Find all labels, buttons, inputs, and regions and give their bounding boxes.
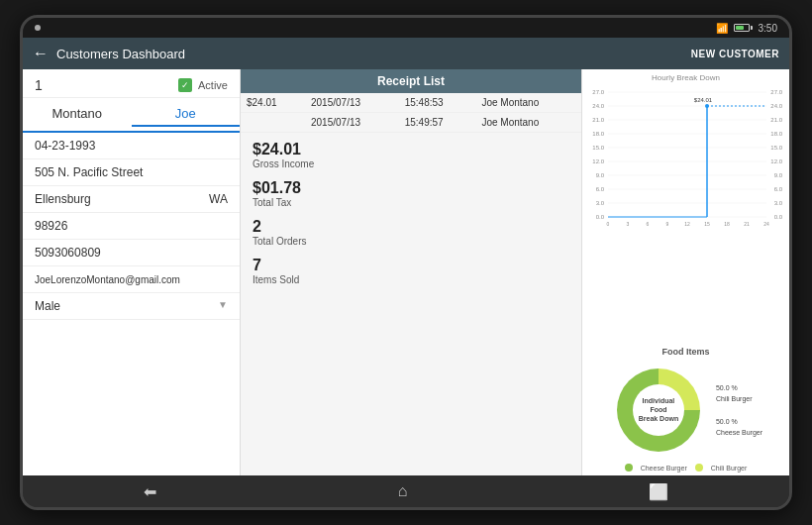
items-sold-row: 7 Items Sold: [253, 257, 569, 285]
svg-text:18.0: 18.0: [592, 131, 604, 137]
gender-value: Male: [35, 299, 60, 313]
total-tax-label: Total Tax: [253, 197, 569, 208]
tablet-frame: 📶 3:50 ← Customers Dashboard NEW CUSTOME…: [20, 15, 792, 510]
svg-text:15.0: 15.0: [592, 145, 604, 151]
gender-dropdown-icon[interactable]: ▼: [218, 299, 228, 310]
left-panel: 1 ✓ Active Montano Joe 04-23-1993 505 N.…: [23, 69, 241, 475]
app-bar-left: ← Customers Dashboard: [33, 45, 185, 62]
receipt-date: 2015/07/13: [305, 113, 399, 133]
zip-value: 98926: [35, 219, 67, 233]
active-checkbox[interactable]: ✓: [178, 78, 192, 92]
svg-text:3.0: 3.0: [774, 200, 783, 206]
address-value: 505 N. Pacific Street: [35, 165, 143, 179]
svg-text:24: 24: [763, 221, 769, 227]
middle-panel: Receipt List $24.01 2015/07/13 15:48:53 …: [241, 69, 581, 475]
nav-square-button[interactable]: ⬜: [649, 482, 668, 501]
svg-text:9: 9: [666, 221, 669, 227]
donut-labels: 50.0 % Chili Burger 50.0 % Cheese Burger: [716, 382, 762, 439]
cheese-burger-legend-label: Cheese Burger: [641, 465, 687, 472]
receipt-time: 15:49:57: [399, 113, 476, 133]
receipt-table: $24.01 2015/07/13 15:48:53 Joe Montano 2…: [241, 93, 581, 133]
total-orders-value: 2: [253, 218, 569, 236]
app-bar: ← Customers Dashboard NEW CUSTOMER: [23, 38, 789, 69]
receipt-row[interactable]: 2015/07/13 15:49:57 Joe Montano: [241, 113, 581, 133]
last-name-tab[interactable]: Montano: [23, 102, 132, 127]
zip-field: 98926: [23, 213, 240, 240]
receipt-list-header: Receipt List: [241, 69, 581, 93]
svg-text:27.0: 27.0: [592, 89, 604, 95]
phone-value: 5093060809: [35, 246, 101, 260]
main-content: 1 ✓ Active Montano Joe 04-23-1993 505 N.…: [23, 69, 789, 475]
svg-text:15.0: 15.0: [770, 145, 782, 151]
svg-text:$24.01: $24.01: [694, 97, 713, 103]
donut-title: Food Items: [661, 347, 709, 357]
receipt-time: 15:48:53: [399, 93, 476, 113]
nav-home-button[interactable]: ⌂: [398, 482, 408, 500]
receipt-row[interactable]: $24.01 2015/07/13 15:48:53 Joe Montano: [241, 93, 581, 113]
status-bar: 📶 3:50: [23, 18, 789, 38]
svg-text:15: 15: [704, 221, 710, 227]
total-tax-row: $01.78 Total Tax: [253, 179, 569, 208]
svg-text:18.0: 18.0: [770, 131, 782, 137]
svg-text:3.0: 3.0: [596, 200, 605, 206]
svg-text:9.0: 9.0: [596, 172, 605, 178]
svg-text:6: 6: [647, 221, 650, 227]
total-orders-label: Total Orders: [253, 236, 569, 247]
customer-id: 1: [35, 77, 43, 93]
battery-icon: [734, 24, 753, 32]
gross-income-label: Gross Income: [253, 158, 569, 169]
active-status: ✓ Active: [178, 78, 228, 92]
chili-burger-label: Chili Burger: [716, 393, 762, 404]
first-name-tab[interactable]: Joe: [132, 102, 241, 127]
back-button[interactable]: ←: [33, 45, 49, 62]
email-value: JoeLorenzoMontano@gmail.com: [35, 274, 180, 285]
svg-text:0: 0: [607, 221, 610, 227]
svg-text:12.0: 12.0: [592, 158, 604, 164]
city-state-field: Ellensburg WA: [23, 186, 240, 213]
app-title: Customers Dashboard: [56, 47, 185, 61]
receipt-date: 2015/07/13: [305, 93, 399, 113]
cheese-burger-label: Cheese Burger: [716, 427, 762, 438]
gross-income-value: $24.01: [253, 141, 569, 158]
status-bar-right: 📶 3:50: [716, 23, 777, 34]
receipt-amount: $24.01: [241, 93, 305, 113]
city-value: Ellensburg: [35, 192, 91, 206]
donut-section: Food Items Individual FoodBreak Down: [582, 343, 789, 475]
cheese-burger-legend-dot: [625, 464, 633, 472]
svg-text:24.0: 24.0: [770, 103, 782, 109]
summary-section: $24.01 Gross Income $01.78 Total Tax 2 T…: [241, 133, 581, 293]
svg-text:21.0: 21.0: [770, 117, 782, 123]
gross-income-row: $24.01 Gross Income: [253, 141, 569, 169]
name-tabs-row: Montano Joe: [23, 98, 240, 133]
svg-point-41: [705, 104, 709, 108]
items-sold-label: Items Sold: [253, 274, 569, 285]
right-panel: Hourly Break Down 27.0 24.0 21.0 18.0 15…: [581, 69, 789, 475]
items-sold-value: 7: [253, 257, 569, 274]
svg-text:6.0: 6.0: [774, 186, 783, 192]
phone-field: 5093060809: [23, 240, 240, 266]
svg-text:0.0: 0.0: [774, 214, 783, 220]
svg-text:24.0: 24.0: [592, 103, 604, 109]
time-display: 3:50: [759, 23, 777, 34]
nav-bar: ⬅ ⌂ ⬜: [23, 475, 789, 507]
receipt-amount: [241, 113, 305, 133]
address-field: 505 N. Pacific Street: [23, 159, 240, 186]
svg-text:12: 12: [684, 221, 690, 227]
svg-text:18: 18: [724, 221, 730, 227]
active-label: Active: [198, 79, 228, 91]
line-chart: 27.0 24.0 21.0 18.0 15.0 12.0 9.0 6.0 3.…: [586, 84, 784, 228]
chart-title: Hourly Break Down: [586, 73, 785, 82]
new-customer-button[interactable]: NEW CUSTOMER: [691, 49, 779, 59]
svg-text:21.0: 21.0: [592, 117, 604, 123]
dob-value: 04-23-1993: [35, 139, 95, 153]
gender-field: Male ▼: [23, 293, 240, 320]
total-orders-row: 2 Total Orders: [253, 218, 569, 247]
svg-text:9.0: 9.0: [774, 172, 783, 178]
status-indicator: [35, 25, 41, 31]
svg-text:0.0: 0.0: [596, 214, 605, 220]
state-value: WA: [209, 192, 228, 206]
chili-burger-legend-label: Chili Burger: [711, 465, 748, 472]
nav-back-button[interactable]: ⬅: [144, 482, 156, 501]
wifi-icon: 📶: [716, 23, 728, 34]
donut-legend: Cheese Burger Chili Burger: [625, 464, 748, 472]
